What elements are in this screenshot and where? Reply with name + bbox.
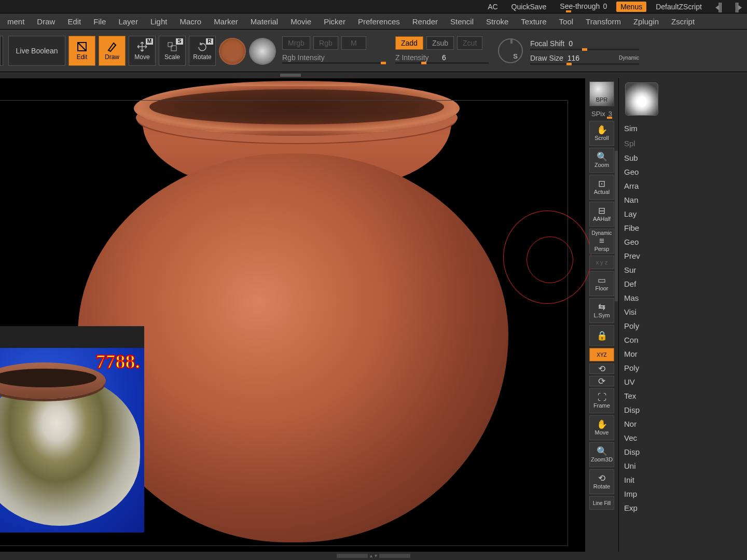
panel-item[interactable]: Init [619,473,747,487]
xyz-button[interactable]: XYZ [589,348,614,361]
panel-item[interactable]: Imp [619,487,747,501]
menu-tool[interactable]: Tool [553,14,580,29]
tool-thumbnail[interactable] [625,82,658,116]
frame-button[interactable]: ⛶Frame [589,388,614,413]
m-button[interactable]: M [341,36,366,50]
actual-button[interactable]: ⊡Actual [589,175,614,200]
panel-item[interactable]: Mor [619,347,747,361]
panel-item[interactable]: Poly [619,319,747,333]
panel-item[interactable]: Arra [619,179,747,193]
panel-item[interactable]: Disp [619,445,747,459]
menu-stencil[interactable]: Stencil [444,14,480,29]
right-tray-arrow-icon[interactable]: ||||▸ [730,2,745,12]
scale-button[interactable]: S Scale [159,36,186,66]
menu-draw[interactable]: Draw [31,14,61,29]
menu-zscript[interactable]: Zscript [665,14,701,29]
focal-shift-slider[interactable]: Focal Shift 0 [530,37,639,50]
edit-button[interactable]: Edit [68,36,95,66]
panel-header-1[interactable]: Sim [619,121,747,136]
menu-stroke[interactable]: Stroke [480,14,515,29]
menus-button[interactable]: Menus [616,2,646,12]
zsub-button[interactable]: Zsub [426,36,454,50]
move-3d-button[interactable]: ✋Move [589,415,614,440]
panel-item[interactable]: Geo [619,235,747,249]
panel-item[interactable]: Tex [619,389,747,403]
panel-header-2[interactable]: Spl [619,136,747,151]
floor-button[interactable]: ▭Floor [589,271,614,296]
rotate-y-button[interactable]: ⟲ [589,363,614,374]
zoom3d-button[interactable]: 🔍Zoom3D [589,442,614,467]
panel-item[interactable]: Visi [619,305,747,319]
panel-item[interactable]: Mas [619,291,747,305]
panel-item[interactable]: Exp [619,501,747,515]
aahalf-button[interactable]: ⊟AAHalf [589,202,614,227]
viewport[interactable]: 7788. [0,78,585,552]
menu-marker[interactable]: Marker [208,14,244,29]
rotate-3d-button[interactable]: ⟲Rotate [589,469,614,494]
see-through-slider[interactable]: See-through 0 [556,1,611,12]
gizmo-placeholder[interactable] [0,36,3,66]
menu-ment[interactable]: ment [1,14,31,29]
panel-item[interactable]: Sur [619,263,747,277]
menu-preferences[interactable]: Preferences [352,14,406,29]
panel-item[interactable]: UV [619,375,747,389]
panel-item[interactable]: Nor [619,417,747,431]
zcut-button[interactable]: Zcut [457,36,482,50]
menu-file[interactable]: File [87,14,112,29]
mrgb-button[interactable]: Mrgb [282,36,310,50]
panel-item[interactable]: Nan [619,193,747,207]
panel-item[interactable]: Poly [619,361,747,375]
scroll-button[interactable]: ✋Scroll [589,121,614,146]
rgb-button[interactable]: Rgb [313,36,338,50]
panel-item[interactable]: Con [619,333,747,347]
panel-item[interactable]: Def [619,277,747,291]
draw-size-slider[interactable]: Draw Size 116 Dynamic [530,51,639,65]
reference-image[interactable]: 7788. [0,326,144,533]
bottom-strip[interactable]: ▲▼ [0,552,747,560]
live-boolean-button[interactable]: Live Boolean [8,36,65,66]
panel-item[interactable]: Lay [619,207,747,221]
brush-picker[interactable] [219,38,246,65]
menu-light[interactable]: Light [144,14,174,29]
panel-item[interactable]: Vec [619,431,747,445]
rotate-button[interactable]: R Rotate [189,36,216,66]
menu-render[interactable]: Render [406,14,444,29]
dynamic-toggle[interactable]: Dynamic [619,55,639,61]
panel-item[interactable]: Geo [619,165,747,179]
draw-size-dial[interactable]: S [498,38,523,63]
default-zscript-button[interactable]: DefaultZScript [652,2,706,12]
stroke-picker[interactable] [249,38,276,65]
draw-button[interactable]: Draw [99,36,126,66]
menu-texture[interactable]: Texture [515,14,552,29]
persp-button[interactable]: Dynamic≡Persp [589,229,614,254]
menu-transform[interactable]: Transform [579,14,627,29]
menu-picker[interactable]: Picker [317,14,352,29]
zoom-button[interactable]: 🔍Zoom [589,148,614,173]
rgb-intensity-slider[interactable]: Rgb Intensity [282,53,386,64]
menu-macro[interactable]: Macro [173,14,208,29]
panel-item[interactable]: Uni [619,459,747,473]
panel-item[interactable]: Prev [619,249,747,263]
menu-zplugin[interactable]: Zplugin [627,14,665,29]
move-button[interactable]: M Move [129,36,156,66]
rotate-z-button[interactable]: ⟳ [589,376,614,386]
line-fill-button[interactable]: Line Fill [589,496,614,510]
spix-slider[interactable]: SPix 3 [589,108,614,119]
timeline-strip[interactable] [0,72,747,78]
menu-edit[interactable]: Edit [61,14,87,29]
panel-scrollbar[interactable] [615,151,618,301]
panel-item[interactable]: Fibe [619,221,747,235]
lock-button[interactable]: 🔒 [589,325,614,346]
panel-item[interactable]: Sub [619,151,747,165]
panel-item[interactable]: Disp [619,403,747,417]
lsym-button[interactable]: ⇆L.Sym [589,298,614,323]
left-tray-arrow-icon[interactable]: ◂|||| [711,2,726,12]
bpr-button[interactable]: BPR [589,81,614,106]
menu-layer[interactable]: Layer [112,14,144,29]
menu-movie[interactable]: Movie [284,14,317,29]
zadd-button[interactable]: Zadd [395,36,423,50]
z-intensity-slider[interactable]: Z Intensity 6 [395,53,489,64]
quicksave-button[interactable]: QuickSave [507,2,551,12]
menu-material[interactable]: Material [244,14,284,29]
xyz-axes-button[interactable]: x y z [589,256,614,269]
